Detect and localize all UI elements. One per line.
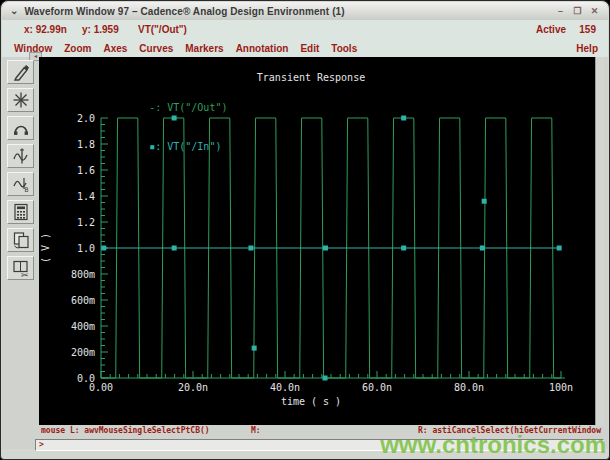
pan-strip-button[interactable] — [7, 116, 34, 140]
svg-text:40.0n: 40.0n — [270, 382, 300, 393]
window-title: Waveform Window 97 – Cadence® Analog Des… — [24, 6, 554, 17]
svg-text:100n: 100n — [549, 382, 573, 393]
svg-text:1.8: 1.8 — [77, 139, 95, 150]
legend-label-in: VT("/In") — [167, 141, 221, 152]
close-icon[interactable]: ✕ — [588, 6, 601, 17]
svg-text:600m: 600m — [71, 295, 95, 306]
cursor-x-readout: x: 92.99n — [24, 24, 67, 35]
selected-trace-readout: VT("/Out") — [138, 24, 187, 35]
svg-text:✂: ✂ — [21, 270, 29, 279]
menu-zoom[interactable]: Zoom — [64, 43, 91, 54]
svg-text:1.0: 1.0 — [77, 243, 95, 254]
window-scissors-icon: ✂ — [11, 258, 31, 278]
menu-bar: Window Zoom Axes Curves Markers Annotati… — [2, 39, 608, 57]
canvas-scrollbar[interactable] — [595, 57, 604, 425]
plot-title: Transient Response — [39, 72, 583, 83]
svg-text:400m: 400m — [71, 321, 95, 332]
svg-text:1.6: 1.6 — [77, 165, 95, 176]
arc-icon — [11, 118, 31, 138]
waveform-marker-icon — [11, 146, 31, 166]
waveform-window: ⌄ Waveform Window 97 – Cadence® Analog D… — [0, 0, 610, 460]
legend-entry-out[interactable]: -: VT("/Out") — [101, 88, 227, 127]
vertical-marker-button[interactable] — [7, 144, 34, 168]
mouse-middle-binding: M: — [251, 426, 261, 435]
zoom-fit-button[interactable] — [7, 88, 34, 112]
svg-text:1.4: 1.4 — [77, 191, 95, 202]
minimize-icon[interactable]: – — [554, 6, 567, 17]
svg-text:80.0n: 80.0n — [454, 382, 484, 393]
left-toolbar: B ✂ — [7, 60, 37, 280]
svg-text:60.0n: 60.0n — [362, 382, 392, 393]
svg-text:800m: 800m — [71, 269, 95, 280]
legend-label-out: VT("/Out") — [167, 102, 227, 113]
plot-canvas[interactable]: 0.0200m400m600m800m1.01.21.41.61.82.00.0… — [39, 57, 595, 425]
plot-legend: -: VT("/Out") ▪: VT("/In") — [101, 88, 227, 166]
calculator-button[interactable] — [7, 200, 34, 224]
legend-entry-in[interactable]: ▪: VT("/In") — [101, 127, 227, 166]
calculator-icon — [11, 202, 31, 222]
split-window-button[interactable]: ✂ — [7, 256, 34, 280]
window-menu-icon[interactable]: ⌄ — [10, 6, 18, 16]
svg-text:0.00: 0.00 — [89, 382, 113, 393]
active-count: 159 — [579, 24, 596, 35]
y-axis-label: ( V ) — [40, 233, 51, 263]
menu-tools[interactable]: Tools — [331, 43, 357, 54]
menu-edit[interactable]: Edit — [300, 43, 319, 54]
waveform-b-icon: B — [11, 174, 31, 194]
x-axis-label: time ( s ) — [281, 396, 341, 407]
watermark: www.cntronics.com — [380, 431, 606, 459]
svg-text:1.2: 1.2 — [77, 217, 95, 228]
svg-text:B: B — [24, 186, 28, 194]
subwindow-b-marker-button[interactable]: B — [7, 172, 34, 196]
svg-text:200m: 200m — [71, 347, 95, 358]
maximize-icon[interactable]: ❐ — [571, 6, 584, 17]
info-bar: x: 92.99n y: 1.959 VT("/Out") Active 159 — [2, 20, 608, 40]
svg-text:2.0: 2.0 — [77, 113, 95, 124]
menu-curves[interactable]: Curves — [139, 43, 173, 54]
menu-axes[interactable]: Axes — [103, 43, 127, 54]
mouse-left-binding: mouse L: awvMouseSingleSelectPtCB() — [41, 426, 210, 435]
menu-markers[interactable]: Markers — [185, 43, 223, 54]
pen-icon — [11, 62, 31, 82]
cursor-y-readout: y: 1.959 — [82, 24, 119, 35]
copy-window-button[interactable] — [7, 228, 34, 252]
menu-help[interactable]: Help — [576, 43, 598, 54]
window-controls: – ❐ ✕ — [554, 6, 601, 17]
select-probe-button[interactable] — [7, 60, 34, 84]
active-label: Active — [536, 24, 566, 35]
title-bar[interactable]: ⌄ Waveform Window 97 – Cadence® Analog D… — [2, 2, 608, 21]
svg-text:20.0n: 20.0n — [178, 382, 208, 393]
starburst-icon — [11, 90, 31, 110]
menu-annotation[interactable]: Annotation — [236, 43, 289, 54]
copy-window-icon — [11, 230, 31, 250]
